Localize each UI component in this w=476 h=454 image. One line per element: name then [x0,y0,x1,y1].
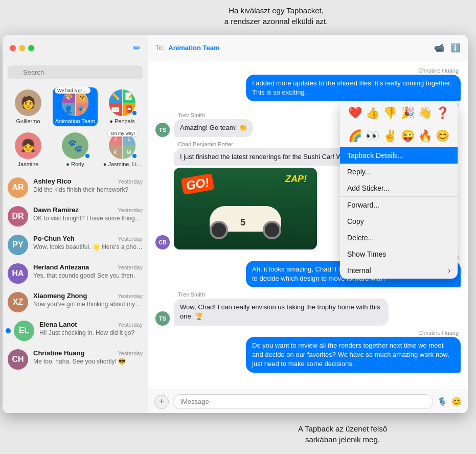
conv-christine-huang[interactable]: CH Christine Huang Yesterday Me too, hah… [3,345,148,374]
title-bar: ✏ [3,35,148,61]
conv-herland-antezana[interactable]: HA Herland Antezana Yesterday Yes, that … [3,259,148,288]
menu-item-tapback-details[interactable]: Tapback Details... [340,147,458,164]
traffic-lights [10,45,34,51]
conv-dawn-ramirez[interactable]: DR Dawn Ramirez Yesterday OK to visit to… [3,202,148,231]
chevron-right-icon: › [448,266,450,275]
conv-ashley-rico[interactable]: AR Ashley Rico Yesterday Did the kids fi… [3,173,148,202]
menu-item-internal[interactable]: Internal › [340,262,458,279]
conv-pochun-yeh[interactable]: PY Po-Chun Yeh Yesterday Wow, looks beau… [3,231,148,259]
menu-item-delete[interactable]: Delete... [340,230,458,246]
pinned-penpals[interactable]: ✏️ 📝 ✉️ 📮 ● Penpals [100,87,145,126]
msg-row-m5: TS Wow, Chad! I can really envision us t… [155,299,461,325]
msg-row-m1: I added more updates to the shared files… [155,75,461,101]
context-menu: ❤️ 👍 👎 🎉 👋 ❓ 🌈 👀 ✌️ 😜 🔥 😊 Tapback Detail… [340,101,458,279]
tapback-silly[interactable]: 😜 [400,128,416,144]
add-attachment-button[interactable]: + [154,395,169,409]
search-input[interactable] [8,65,143,79]
tapback-row-1: ❤️ 👍 👎 🎉 👋 ❓ [340,101,458,125]
info-icon[interactable]: ℹ️ [450,43,461,53]
tapback-celebration[interactable]: 🎉 [400,105,416,121]
menu-item-forward[interactable]: Forward... [340,197,458,213]
bubble-m1[interactable]: I added more updates to the shared files… [246,75,461,101]
menu-item-reply[interactable]: Reply... [340,164,458,180]
annotation-bottom: A Tapback az üzenet felső sarkában jelen… [286,423,399,445]
msg-group-m5: Trev Smith TS Wow, Chad! I can really en… [155,291,461,325]
bubble-m6[interactable]: Do you want to review all the renders to… [246,337,461,373]
pinned-guillermo[interactable]: 🧑 Guillermo [6,87,51,126]
penpals-unread-dot [132,111,137,115]
tapback-smile[interactable]: 😊 [435,128,450,144]
app-window: ✏ 🔍 🧑 Guillermo 🎨 � [3,35,468,413]
tapback-row-2: 🌈 👀 ✌️ 😜 🔥 😊 [340,125,458,147]
tapback-fire[interactable]: 🔥 [417,128,433,144]
search-wrapper: 🔍 [8,65,143,79]
bubble-m2[interactable]: Amazing! Go team! 👏 [174,119,253,137]
emoji-icon[interactable]: 😊 [451,397,462,406]
tapback-question[interactable]: ❓ [435,105,450,121]
conv-elena-lanot[interactable]: EL Elena Lanot Yesterday Hi! Just checki… [3,316,148,345]
tapback-wave[interactable]: 👋 [417,105,433,121]
chat-input-area: + 🎙️ 😊 [148,390,468,413]
pinned-jasmine-li[interactable]: J L K M On my way! ● Jasmine, Li... [100,130,145,169]
annotation-top: Ha kiválaszt egy Tapbacket, a rendszer a… [199,5,353,27]
menu-item-add-sticker[interactable]: Add Sticker... [340,180,458,196]
conv-xiaomeng-zhong[interactable]: XZ Xiaomeng Zhong Yesterday Now you've g… [3,288,148,316]
rody-dot [85,154,89,158]
pinned-rody[interactable]: 🐾 ● Rody [53,130,98,169]
menu-item-show-times[interactable]: Show Times [340,246,458,262]
maximize-button[interactable] [28,45,34,51]
menu-item-copy[interactable]: Copy [340,213,458,230]
conversation-list: AR Ashley Rico Yesterday Did the kids fi… [3,173,148,413]
pinned-jasmine[interactable]: 👧 Jasmine [6,130,51,169]
audio-icon[interactable]: 🎙️ [437,397,447,406]
jasmine-li-badge: On my way! [108,130,138,137]
video-call-icon[interactable]: 📹 [434,43,444,53]
animation-team-badge: We had a great time. Home with... [55,87,90,94]
pinned-contacts-row2: 👧 Jasmine 🐾 ● Rody J L K [3,130,148,173]
bubble-m5[interactable]: Wow, Chad! I can really envision us taki… [174,299,389,325]
compose-icon[interactable]: ✏ [133,42,141,54]
tapback-thumbs-down[interactable]: 👎 [382,105,398,121]
unread-dot-elena [6,328,11,333]
minimize-button[interactable] [19,45,25,51]
message-input[interactable] [173,394,433,409]
chat-header-actions: 📹 ℹ️ [434,43,461,53]
search-container: 🔍 [3,61,148,83]
msg-sender-m1: Christine Huang [155,67,459,74]
close-button[interactable] [10,45,16,51]
chat-area: To: Animation Team 📹 ℹ️ Christine Huang … [148,35,468,413]
tapback-rainbow[interactable]: 🌈 [347,128,363,144]
msg-sender-m5: Trev Smith [178,291,461,298]
input-icons: 🎙️ 😊 [437,397,462,406]
tapback-peace[interactable]: ✌️ [382,128,398,144]
tapback-heart[interactable]: ❤️ [347,105,363,121]
jasmine-li-dot [132,154,137,158]
tapback-thumbs-up[interactable]: 👍 [365,105,380,121]
chat-header: To: Animation Team 📹 ℹ️ [148,35,468,61]
pinned-contacts-row1: 🧑 Guillermo 🎨 😺 👤 🎭 We had a great time.… [3,83,148,130]
sidebar: ✏ 🔍 🧑 Guillermo 🎨 � [3,35,148,413]
msg-sender-m6: Christine Huang [155,330,459,336]
pinned-animation-team[interactable]: 🎨 😺 👤 🎭 We had a great time. Home with..… [53,87,98,126]
msg-row-m6: Do you want to review all the renders to… [155,337,461,373]
tapback-eyes[interactable]: 👀 [365,128,380,144]
msg-group-m6: Christine Huang Do you want to review al… [155,330,461,373]
sticker-sushi-car[interactable]: GO! ZAP! 5 [174,168,317,249]
